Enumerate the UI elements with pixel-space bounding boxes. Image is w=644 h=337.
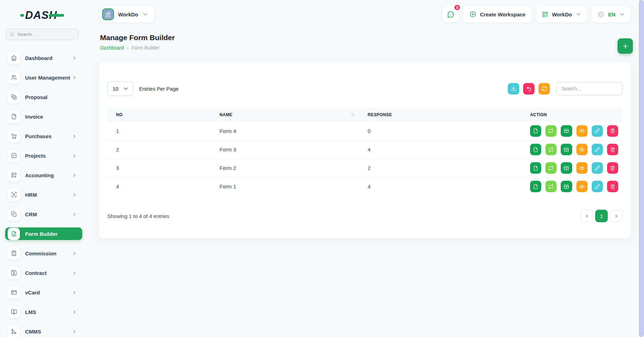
- table-icon: [564, 165, 569, 171]
- column-header-no[interactable]: NO: [107, 107, 211, 122]
- undo-icon: [526, 86, 532, 91]
- duplicate-form-button[interactable]: [530, 181, 541, 192]
- cell-name: Form 2: [211, 159, 359, 177]
- chevron-left-icon: [585, 214, 589, 218]
- edit-button[interactable]: [592, 125, 603, 137]
- duplicate-form-button[interactable]: [530, 162, 541, 174]
- pagination-page-1[interactable]: 1: [595, 210, 608, 222]
- copy-icon: [8, 208, 20, 220]
- chevron-down-icon: [619, 11, 625, 17]
- breadcrumb-dashboard-link[interactable]: Dashboard: [100, 45, 124, 51]
- preview-button[interactable]: [576, 162, 588, 174]
- file-icon: [533, 184, 538, 189]
- duplicate-form-button[interactable]: [530, 144, 541, 155]
- cell-response: 4: [359, 140, 521, 159]
- sidebar-search-input[interactable]: [17, 32, 75, 37]
- home-icon: [8, 52, 20, 64]
- chevron-right-icon: [72, 173, 77, 178]
- cart-icon: [8, 130, 20, 142]
- sidebar-item-cmms[interactable]: CMMS: [5, 325, 82, 337]
- refresh-button[interactable]: [538, 83, 550, 95]
- column-header-name[interactable]: NAME⇅: [211, 107, 359, 122]
- sidebar-item-lms[interactable]: LMS: [5, 306, 82, 318]
- delete-button[interactable]: [607, 162, 618, 174]
- integration-button[interactable]: [545, 181, 557, 192]
- sidebar-item-purchases[interactable]: Purchases: [5, 130, 82, 142]
- logo: DASH: [0, 9, 84, 22]
- sidebar-item-label: Invoice: [25, 114, 43, 120]
- export-button[interactable]: [508, 83, 519, 95]
- sort-icon[interactable]: ⇅: [351, 112, 355, 117]
- credit-card-icon: [8, 286, 20, 299]
- table-search-input[interactable]: [556, 82, 622, 95]
- sidebar-item-hrm[interactable]: HRM: [5, 188, 82, 201]
- grid-plus-icon: [8, 169, 20, 181]
- column-header-action: ACTION: [521, 107, 622, 122]
- table-row: 2 Form 3 4: [107, 140, 622, 159]
- trash-icon: [610, 165, 615, 171]
- edit-button[interactable]: [592, 144, 603, 155]
- edit-button[interactable]: [592, 181, 603, 192]
- integration-button[interactable]: [545, 125, 557, 137]
- language-label: EN: [608, 12, 615, 17]
- pagination-prev-button[interactable]: [581, 210, 593, 222]
- scan-user-icon: [8, 189, 20, 201]
- preview-button[interactable]: [576, 125, 588, 137]
- create-workspace-button[interactable]: Create Workspace: [463, 6, 532, 22]
- responses-table-button[interactable]: [561, 125, 572, 137]
- sidebar-item-contract[interactable]: Contract: [5, 267, 82, 279]
- sidebar-item-accounting[interactable]: Accounting: [5, 169, 82, 181]
- language-selector[interactable]: EN: [592, 6, 631, 22]
- repeat-icon: [548, 184, 554, 189]
- sidebar-item-invoice[interactable]: Invoice: [5, 110, 82, 123]
- nodes-icon: [8, 325, 20, 337]
- delete-button[interactable]: [607, 144, 618, 155]
- delete-button[interactable]: [607, 181, 618, 192]
- topbar-actions: 0 Create Workspace WorkDo EN: [443, 6, 631, 22]
- entries-per-page-select[interactable]: 10: [107, 81, 133, 96]
- cell-no: 3: [107, 159, 211, 177]
- back-button[interactable]: [523, 83, 535, 95]
- preview-button[interactable]: [576, 181, 588, 192]
- book-icon: [8, 306, 20, 318]
- plus-circle-icon: [469, 11, 476, 18]
- sidebar-item-label: CMMS: [25, 329, 41, 335]
- topbar: WorkDo 0 Create Workspace WorkDo EN: [84, 0, 644, 24]
- column-header-response[interactable]: RESPONSE: [359, 107, 521, 122]
- messages-button[interactable]: 0: [443, 6, 459, 22]
- workspace-switcher[interactable]: WorkDo: [100, 6, 154, 22]
- integration-button[interactable]: [545, 162, 557, 174]
- sidebar-search[interactable]: [6, 29, 79, 40]
- sidebar-item-proposal[interactable]: Proposal: [5, 91, 82, 103]
- sidebar-item-label: LMS: [25, 309, 36, 315]
- chevron-right-icon: [72, 56, 77, 60]
- search-icon: [10, 32, 15, 37]
- delete-button[interactable]: [607, 125, 618, 137]
- sidebar-item-form-builder[interactable]: Form Builder: [5, 227, 82, 240]
- sidebar-item-commission[interactable]: Commission: [5, 247, 82, 260]
- sidebar-item-dashboard[interactable]: Dashboard: [5, 52, 82, 64]
- sidebar-item-crm[interactable]: CRM: [5, 208, 82, 220]
- sidebar-item-vcard[interactable]: vCard: [5, 286, 82, 299]
- sidebar-item-label: Commission: [25, 250, 56, 256]
- add-form-button[interactable]: [618, 38, 633, 54]
- account-menu[interactable]: WorkDo: [536, 6, 587, 22]
- duplicate-form-button[interactable]: [530, 125, 541, 137]
- sidebar-item-projects[interactable]: Projects: [5, 149, 82, 162]
- chevron-right-icon: [72, 310, 77, 314]
- responses-table-button[interactable]: [561, 181, 572, 192]
- save-icon: [8, 267, 20, 279]
- page-title: Manage Form Builder: [100, 33, 175, 42]
- pagination-next-button[interactable]: [610, 210, 622, 222]
- responses-table-button[interactable]: [561, 162, 572, 174]
- responses-table-button[interactable]: [561, 144, 572, 155]
- chevron-down-icon: [123, 85, 129, 92]
- entries-summary: Showing 1 to 4 of 4 entries: [107, 213, 169, 219]
- integration-button[interactable]: [545, 144, 557, 155]
- edit-button[interactable]: [592, 162, 603, 174]
- users-icon: [8, 72, 20, 84]
- preview-button[interactable]: [576, 144, 588, 155]
- sidebar-item-user-management[interactable]: User Management: [5, 71, 82, 84]
- page-scrollbar-thumb[interactable]: [639, 0, 644, 337]
- sidebar-item-label: HRM: [25, 192, 37, 198]
